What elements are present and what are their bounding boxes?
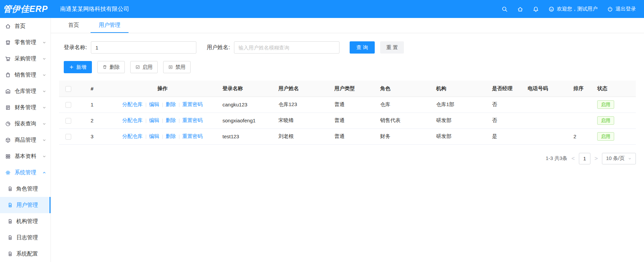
disable-button[interactable]: 禁用: [163, 61, 191, 73]
next-page-arrow[interactable]: >: [594, 155, 598, 162]
cell-sort: [569, 97, 593, 113]
portal-home-icon[interactable]: [517, 6, 523, 12]
col-header-index: #: [78, 81, 106, 97]
document-icon: [7, 235, 13, 240]
sidebar-item-org-mgmt[interactable]: 机构管理: [0, 213, 51, 229]
reset-password-link[interactable]: 重置密码: [182, 133, 203, 139]
divider: [179, 103, 179, 107]
add-button[interactable]: 新增: [64, 61, 92, 73]
row-checkbox[interactable]: [65, 118, 71, 124]
divider: [179, 135, 179, 139]
sidebar-item-purchase[interactable]: 采购管理: [0, 51, 51, 67]
sidebar-item-basic-data[interactable]: 基本资料: [0, 148, 51, 164]
document-icon: [7, 251, 13, 257]
assign-warehouse-link[interactable]: 分配仓库: [122, 101, 143, 107]
delete-link[interactable]: 删除: [166, 117, 176, 123]
col-header-name: 用户姓名: [274, 81, 330, 97]
cell-phone: [524, 128, 569, 144]
sidebar-item-retail[interactable]: 零售管理: [0, 34, 51, 51]
sidebar-item-system[interactable]: 系统管理: [0, 164, 51, 181]
cell-role: 销售代表: [376, 113, 432, 128]
page-size-select[interactable]: 10 条/页: [602, 153, 636, 164]
select-all-checkbox[interactable]: [65, 86, 71, 92]
company-name: 南通某某网络科技有限公司: [60, 5, 129, 13]
row-checkbox[interactable]: [65, 102, 71, 108]
chevron-down-icon: [42, 57, 46, 61]
notification-bell-icon[interactable]: [533, 6, 539, 12]
user-welcome[interactable]: 欢迎您，测试用户: [548, 6, 598, 12]
tab-home[interactable]: 首页: [60, 18, 87, 33]
search-button[interactable]: 查 询: [350, 41, 375, 54]
edit-link[interactable]: 编辑: [149, 101, 159, 107]
topbar: 管伊佳ERP 南通某某网络科技有限公司 欢迎您，测试用户 退出登录: [0, 0, 644, 18]
pagination: 1-3 共3条 < 1 > 10 条/页: [59, 153, 636, 164]
sidebar-item-label: 角色管理: [16, 185, 38, 193]
pie-chart-icon: [5, 121, 11, 127]
content: 登录名称: 用户姓名: 查 询 重 置 新增 删除 启用: [51, 33, 644, 164]
enable-button-label: 启用: [142, 64, 153, 70]
sidebar-item-sales[interactable]: 销售管理: [0, 67, 51, 83]
prev-page-arrow[interactable]: <: [571, 155, 575, 162]
user-table: # 操作 登录名称 用户姓名 用户类型 角色 机构 是否经理 电话号码 排序 状…: [59, 81, 636, 145]
cell-phone: [524, 97, 569, 113]
sidebar-item-label: 用户管理: [16, 202, 38, 209]
divider: [179, 119, 179, 123]
chevron-down-icon: [628, 157, 632, 161]
check-square-icon: [135, 65, 140, 69]
sidebar-item-warehouse[interactable]: 仓库管理: [0, 83, 51, 99]
document-icon: [7, 202, 13, 208]
table-row: 1 分配仓库编辑删除重置密码 cangku123 仓库123 普通 仓库 仓库1…: [59, 97, 636, 113]
col-header-org: 机构: [432, 81, 488, 97]
delete-link[interactable]: 删除: [166, 133, 176, 139]
grid-icon: [5, 154, 11, 159]
logout-text: 退出登录: [616, 6, 636, 12]
col-header-type: 用户类型: [330, 81, 376, 97]
sidebar-item-label: 首页: [15, 23, 46, 30]
logout-button[interactable]: 退出登录: [607, 6, 636, 12]
sidebar-item-system-config[interactable]: 系统配置: [0, 246, 51, 262]
sidebar-item-user-mgmt[interactable]: 用户管理: [0, 197, 51, 213]
page-number[interactable]: 1: [579, 153, 590, 164]
divider: [162, 135, 163, 139]
assign-warehouse-link[interactable]: 分配仓库: [122, 133, 143, 139]
edit-link[interactable]: 编辑: [149, 133, 159, 139]
filter-row: 登录名称: 用户姓名: 查 询 重 置: [64, 41, 636, 54]
sidebar-item-finance[interactable]: 财务管理: [0, 99, 51, 116]
chevron-down-icon: [42, 138, 46, 142]
divider: [146, 103, 146, 107]
row-checkbox[interactable]: [65, 134, 71, 140]
reset-password-link[interactable]: 重置密码: [182, 117, 203, 123]
sidebar-item-role-mgmt[interactable]: 角色管理: [0, 181, 51, 197]
assign-warehouse-link[interactable]: 分配仓库: [122, 117, 143, 123]
search-icon[interactable]: [502, 6, 508, 12]
sidebar-item-label: 日志管理: [16, 234, 38, 241]
plus-icon: [69, 65, 74, 69]
row-index: 3: [78, 128, 106, 144]
chevron-down-icon: [42, 122, 46, 126]
sidebar-item-label: 仓库管理: [15, 88, 38, 95]
sidebar-item-reports[interactable]: 报表查询: [0, 116, 51, 132]
status-badge: 启用: [597, 116, 614, 125]
enable-button[interactable]: 启用: [130, 61, 158, 73]
status-badge: 启用: [597, 132, 614, 141]
cell-login: cangku123: [218, 97, 274, 113]
edit-link[interactable]: 编辑: [149, 117, 159, 123]
delete-button[interactable]: 删除: [97, 61, 125, 73]
sidebar-item-log-mgmt[interactable]: 日志管理: [0, 229, 51, 246]
col-header-status: 状态: [593, 81, 636, 97]
user-name-input[interactable]: [234, 41, 339, 54]
reset-password-link[interactable]: 重置密码: [182, 101, 203, 107]
reset-button[interactable]: 重 置: [380, 41, 404, 54]
col-header-phone: 电话号码: [524, 81, 569, 97]
delete-link[interactable]: 删除: [166, 101, 176, 107]
sidebar-item-goods[interactable]: 商品管理: [0, 132, 51, 148]
sidebar-item-home[interactable]: 首页: [0, 18, 51, 34]
ledger-icon: [5, 105, 11, 110]
chevron-down-icon: [42, 105, 46, 110]
login-name-input[interactable]: [91, 41, 196, 54]
tab-bar: 首页 用户管理: [51, 18, 644, 33]
cell-name: 刘老根: [274, 128, 330, 144]
tab-user-mgmt[interactable]: 用户管理: [91, 18, 129, 33]
pagination-total: 1-3 共3条: [546, 155, 567, 162]
sidebar-item-label: 基本资料: [15, 153, 38, 160]
